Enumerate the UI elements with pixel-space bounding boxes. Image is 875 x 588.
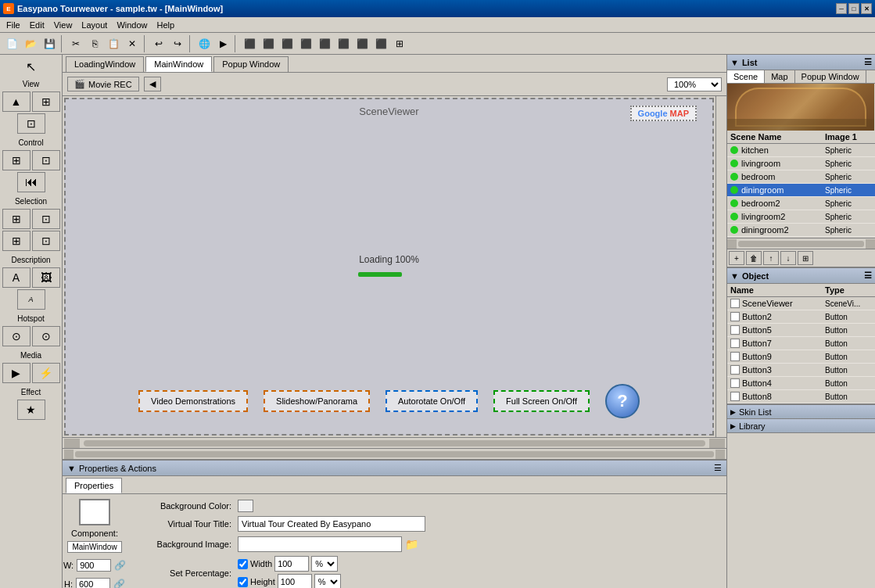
scene-up-btn[interactable]: ↑ bbox=[763, 251, 779, 265]
properties-tab[interactable]: Properties bbox=[66, 478, 122, 493]
obj-checkbox[interactable] bbox=[730, 392, 740, 401]
media-btn2[interactable]: ⚡ bbox=[32, 363, 60, 383]
scene-down-btn[interactable]: ↓ bbox=[780, 251, 796, 265]
menu-window[interactable]: Window bbox=[112, 19, 152, 31]
tab-scene[interactable]: Scene bbox=[727, 70, 765, 83]
tb-align-b[interactable]: ⬛ bbox=[335, 35, 352, 52]
obj-item-button4[interactable]: Button4 Button bbox=[727, 377, 875, 390]
skin-list-header[interactable]: ▶ Skin List bbox=[727, 405, 875, 419]
horizontal-scrollbar[interactable] bbox=[63, 437, 726, 448]
tab-popup-window[interactable]: Popup Window bbox=[795, 70, 866, 83]
obj-checkbox[interactable] bbox=[730, 365, 740, 375]
menu-edit[interactable]: Edit bbox=[25, 19, 49, 31]
tb-redo[interactable]: ↪ bbox=[169, 35, 186, 52]
slideshow-panorama-button[interactable]: Slideshow/Panorama bbox=[264, 390, 370, 412]
tab-loading-window[interactable]: LoadingWindow bbox=[66, 56, 144, 72]
minimize-btn[interactable]: ─ bbox=[836, 3, 847, 14]
obj-item-button7[interactable]: Button7 Button bbox=[727, 337, 875, 350]
video-demonstrations-button[interactable]: Video Demonstrations bbox=[138, 390, 248, 412]
bg-image-input[interactable] bbox=[238, 536, 402, 552]
ctrl-btn1[interactable]: ⊞ bbox=[2, 150, 30, 170]
collapse-arrow[interactable]: ▼ bbox=[67, 464, 76, 473]
autorotate-button[interactable]: Autorotate On/Off bbox=[386, 390, 478, 412]
tb-undo[interactable]: ↩ bbox=[150, 35, 167, 52]
movie-rec-button[interactable]: 🎬 Movie REC bbox=[67, 77, 139, 91]
obj-item-button5[interactable]: Button5 Button bbox=[727, 324, 875, 337]
tb-align-r[interactable]: ⬛ bbox=[278, 35, 296, 52]
view-btn3[interactable]: ⊡ bbox=[17, 113, 45, 134]
tb-dist-v[interactable]: ⬛ bbox=[372, 35, 389, 52]
maximize-btn[interactable]: □ bbox=[848, 3, 859, 14]
view-btn1[interactable]: ▲ bbox=[2, 91, 30, 112]
effect-btn1[interactable]: ★ bbox=[17, 400, 45, 420]
view-btn2[interactable]: ⊞ bbox=[32, 91, 60, 112]
height-checkbox[interactable] bbox=[238, 577, 248, 587]
menu-layout[interactable]: Layout bbox=[77, 19, 112, 31]
obj-checkbox[interactable] bbox=[730, 352, 740, 361]
desc-btn3[interactable]: A bbox=[17, 289, 45, 310]
scene-item-bedroom[interactable]: bedroom Spheric bbox=[727, 170, 875, 184]
list-options-icon[interactable]: ☰ bbox=[864, 57, 872, 67]
tb-copy[interactable]: ⎘ bbox=[86, 35, 103, 52]
object-options-icon[interactable]: ☰ bbox=[864, 271, 872, 281]
zoom-select[interactable]: 100% 75% 50% 150% bbox=[667, 77, 722, 91]
tb-paste[interactable]: 📋 bbox=[105, 35, 122, 52]
tb-grid[interactable]: ⊞ bbox=[391, 35, 408, 52]
list-collapse-arrow[interactable]: ▼ bbox=[730, 58, 739, 67]
tb-align-c[interactable]: ⬛ bbox=[260, 35, 277, 52]
tb-cut[interactable]: ✂ bbox=[67, 35, 84, 52]
props-options-icon[interactable]: ☰ bbox=[714, 463, 722, 473]
tb-preview[interactable]: ▶ bbox=[214, 35, 231, 52]
tb-delete[interactable]: ✕ bbox=[124, 35, 141, 52]
ctrl-btn3[interactable]: ⏮ bbox=[17, 172, 45, 192]
obj-checkbox[interactable] bbox=[730, 312, 740, 321]
height-pct-input[interactable] bbox=[278, 574, 312, 588]
obj-item-button8[interactable]: Button8 Button bbox=[727, 390, 875, 403]
obj-item-sceneviewer[interactable]: SceneViewer SceneVi... bbox=[727, 297, 875, 310]
ctrl-btn2[interactable]: ⊡ bbox=[32, 150, 60, 170]
scene-item-livingroom2[interactable]: livingroom2 Spheric bbox=[727, 210, 875, 224]
library-header[interactable]: ▶ Library bbox=[727, 419, 875, 433]
sel-btn2[interactable]: ⊡ bbox=[32, 209, 60, 229]
vertical-scrollbar[interactable] bbox=[715, 96, 726, 437]
tb-align-l[interactable]: ⬛ bbox=[241, 35, 258, 52]
w-lock-icon[interactable]: 🔗 bbox=[114, 560, 126, 571]
tb-align-m[interactable]: ⬛ bbox=[316, 35, 333, 52]
select-tool[interactable]: ↖ bbox=[23, 58, 40, 75]
width-pct-input[interactable] bbox=[274, 556, 309, 572]
scene-grid-btn[interactable]: ⊞ bbox=[798, 251, 813, 265]
tb-publish[interactable]: 🌐 bbox=[195, 35, 213, 52]
bottom-scrollbar[interactable] bbox=[63, 448, 726, 459]
scene-delete-btn[interactable]: 🗑 bbox=[746, 251, 762, 265]
desc-btn2[interactable]: 🖼 bbox=[32, 267, 60, 288]
obj-checkbox[interactable] bbox=[730, 378, 740, 388]
sel-btn4[interactable]: ⊡ bbox=[32, 231, 60, 251]
scene-item-kitchen[interactable]: kitchen Spheric bbox=[727, 144, 875, 157]
vt-title-input[interactable] bbox=[238, 516, 425, 532]
height-pct-select[interactable]: % px bbox=[314, 574, 341, 588]
tb-align-t[interactable]: ⬛ bbox=[297, 35, 314, 52]
tb-save[interactable]: 💾 bbox=[41, 35, 58, 52]
width-pct-select[interactable]: % px bbox=[311, 556, 338, 572]
menu-view[interactable]: View bbox=[49, 19, 77, 31]
object-collapse-arrow[interactable]: ▼ bbox=[730, 271, 739, 281]
hot-btn2[interactable]: ⊙ bbox=[32, 326, 60, 346]
google-map-button[interactable]: Google MAP bbox=[630, 106, 697, 121]
scene-add-btn[interactable]: + bbox=[729, 251, 744, 265]
tab-main-window[interactable]: MainWindow bbox=[145, 56, 212, 72]
obj-checkbox[interactable] bbox=[730, 325, 740, 335]
scene-item-bedroom2[interactable]: bedroom2 Spheric bbox=[727, 197, 875, 210]
width-checkbox[interactable] bbox=[238, 559, 248, 569]
scene-item-livingroom[interactable]: livingroom Spheric bbox=[727, 157, 875, 170]
sel-btn1[interactable]: ⊞ bbox=[2, 209, 30, 229]
obj-checkbox[interactable] bbox=[730, 339, 740, 348]
tab-popup-window[interactable]: Popup Window bbox=[213, 56, 289, 72]
menu-file[interactable]: File bbox=[2, 19, 25, 31]
obj-item-button2[interactable]: Button2 Button bbox=[727, 310, 875, 324]
w-input[interactable] bbox=[77, 559, 111, 572]
tb-open[interactable]: 📂 bbox=[22, 35, 39, 52]
close-btn[interactable]: ✕ bbox=[861, 3, 872, 14]
back-button[interactable]: ◀ bbox=[144, 77, 161, 91]
h-lock-icon[interactable]: 🔗 bbox=[113, 579, 125, 588]
media-btn1[interactable]: ▶ bbox=[2, 363, 30, 383]
